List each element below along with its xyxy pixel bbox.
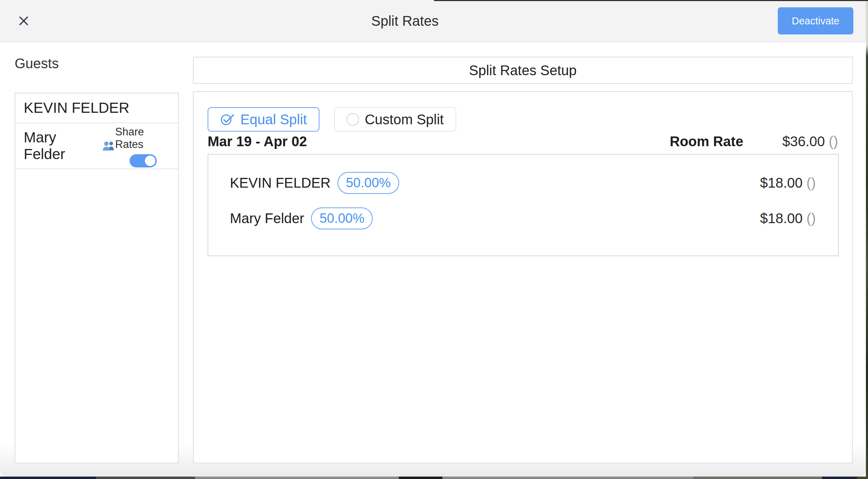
share-rates-label: Share Rates <box>115 126 171 151</box>
guest-list-panel: KEVIN FELDER Mary Felder Share Rates <box>15 93 179 463</box>
equal-split-label: Equal Split <box>240 112 307 127</box>
guest-name: KEVIN FELDER <box>230 175 331 191</box>
split-rates-modal: Split Rates Deactivate Guests KEVIN FELD… <box>0 0 866 477</box>
equal-split-button[interactable]: Equal Split <box>208 107 319 132</box>
check-circle-icon <box>220 113 235 126</box>
x-icon <box>18 15 29 26</box>
background-page-bottom-edge <box>0 477 868 479</box>
percent-pill[interactable]: 50.00% <box>311 207 373 229</box>
custom-split-label: Custom Split <box>365 112 444 127</box>
setup-title: Split Rates Setup <box>469 63 576 78</box>
close-button[interactable] <box>15 13 32 29</box>
deactivate-button[interactable]: Deactivate <box>778 7 853 34</box>
split-allocation-table: KEVIN FELDER 50.00% $18.00 () Mary Felde… <box>208 154 839 256</box>
modal-header: Split Rates Deactivate <box>0 0 866 42</box>
table-row: KEVIN FELDER 50.00% $18.00 () <box>208 165 838 201</box>
amount-note: () <box>806 211 816 226</box>
guest-amount: $18.00 () <box>760 175 816 191</box>
guest-row-primary[interactable]: KEVIN FELDER <box>15 93 178 123</box>
custom-split-button[interactable]: Custom Split <box>334 107 456 132</box>
room-rate-row: Mar 19 - Apr 02 Room Rate $36.00 () <box>208 134 838 149</box>
share-rates-toggle[interactable] <box>130 154 157 167</box>
guest-name: KEVIN FELDER <box>24 100 129 116</box>
modal-title: Split Rates <box>32 13 778 29</box>
room-rate-note: () <box>829 134 838 149</box>
screen: Split Rates Deactivate Guests KEVIN FELD… <box>0 0 868 479</box>
room-rate-value: $36.00 () <box>782 134 838 149</box>
guest-row-shared[interactable]: Mary Felder Share Rates <box>15 123 178 169</box>
setup-header: Split Rates Setup <box>193 57 853 84</box>
guests-heading: Guests <box>15 56 59 71</box>
guest-amount: $18.00 () <box>760 211 816 226</box>
split-mode-options: Equal Split Custom Split <box>208 107 456 132</box>
background-page-top-edge <box>434 0 868 1</box>
percent-pill[interactable]: 50.00% <box>338 172 399 194</box>
table-row: Mary Felder 50.00% $18.00 () <box>208 201 838 236</box>
background-page-right-edge <box>866 0 868 479</box>
radio-circle-icon <box>347 113 359 126</box>
room-rate-label: Room Rate <box>670 134 743 149</box>
guest-name: Mary Felder <box>230 211 304 226</box>
amount-note: () <box>806 175 816 190</box>
share-rates-control: Share Rates <box>115 124 171 167</box>
toggle-knob <box>145 156 155 166</box>
guest-name: Mary Felder <box>24 129 96 163</box>
split-rates-content: Equal Split Custom Split Mar 19 - Apr 02… <box>193 91 853 463</box>
date-range: Mar 19 - Apr 02 <box>208 134 307 149</box>
two-people-icon <box>102 141 115 151</box>
